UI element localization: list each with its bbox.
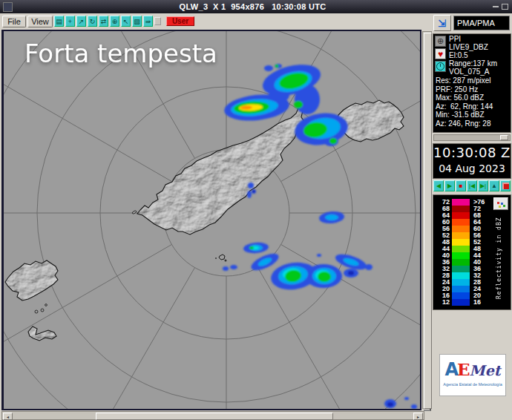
frame-slider-thumb[interactable] — [500, 135, 508, 140]
legend-swatch — [452, 239, 470, 246]
legend-swatch — [452, 246, 470, 252]
legend-swatch — [452, 219, 470, 226]
reflectivity-legend: 72>7668726468606456605256485244484044364… — [433, 194, 511, 310]
legend-swatch — [452, 279, 470, 286]
axes-tool-icon[interactable]: ⇲ — [433, 15, 451, 31]
legend-swatch — [452, 199, 470, 206]
legend-swatch — [452, 212, 470, 219]
user-button[interactable]: User — [166, 16, 194, 26]
vertical-scrollbar-thumb[interactable] — [424, 33, 432, 409]
palette-icon[interactable] — [493, 197, 508, 210]
time-display: 10:30:08 Z — [433, 144, 511, 162]
scan-volume: VOL_075_A — [449, 68, 490, 76]
scan-lines: PPI LIVE9_DBZ El:0.5 Range:137 km VOL_07… — [449, 35, 497, 76]
radar-display — [4, 31, 420, 409]
elevation-icon: ♥ — [435, 48, 446, 59]
radar-stats: Res: 287 m/pixelPRF: 250 HzMax: 56.0 dBZ… — [436, 76, 493, 128]
stat-line: Res: 287 m/pixel — [436, 76, 493, 85]
date-display: 04 Aug 2023 — [433, 162, 511, 175]
sidebar: ⇲ PMA/PMA ⊕ ♥ PPI LIVE9_DBZ El:0.5 Range… — [433, 13, 512, 420]
scan-layer: LIVE9_DBZ — [449, 43, 488, 51]
app-icon — [3, 2, 13, 12]
scan-mode: PPI — [449, 35, 461, 43]
logo-letters-met: Met — [470, 362, 501, 378]
radar-map-viewport[interactable] — [1, 30, 421, 410]
stop-button[interactable]: ■ — [456, 180, 466, 191]
scroll-right-icon[interactable]: ▸ — [413, 413, 423, 420]
frame-slider[interactable] — [433, 134, 511, 141]
toolbar-icons: ▤+↗↻⇄⊕↖▧⇛ — [54, 16, 161, 27]
legend-swatch — [452, 286, 470, 292]
stat-line: Max: 56.0 dBZ — [436, 93, 493, 102]
logo-letter-e: E — [457, 359, 470, 379]
legend-row: 1216 — [435, 299, 496, 306]
stat-line: Az: 246, Rng: 28 — [436, 119, 493, 128]
titlebar: QLW_3 X 1 954x876 10:30:08 UTC — [0, 0, 512, 13]
snapshot-button[interactable] — [500, 180, 511, 191]
playback-controls: ◀▶■|◀▶|▲ — [433, 180, 511, 191]
legend-swatch — [452, 206, 470, 212]
legend-swatch — [452, 266, 470, 272]
legend-swatch — [452, 232, 470, 239]
product-field[interactable]: PMA/PMA — [453, 16, 510, 30]
legend-swatch — [452, 252, 470, 259]
last-frame-button[interactable]: ▶| — [478, 180, 488, 191]
scan-info-panel: ⊕ ♥ PPI LIVE9_DBZ El:0.5 Range:137 km VO… — [433, 33, 511, 133]
pan-icon[interactable]: ⇄ — [99, 16, 108, 27]
prev-frame-button[interactable]: ◀ — [433, 180, 444, 191]
stat-line: Az: 62, Rng: 144 — [436, 102, 493, 111]
clock-panel: 10:30:08 Z 04 Aug 2023 — [433, 143, 511, 179]
stat-line: PRF: 250 Hz — [436, 85, 493, 94]
notebook-icon[interactable]: ▧ — [132, 16, 142, 27]
maximize-icon[interactable] — [502, 4, 508, 10]
horizontal-scrollbar[interactable]: ◂ ▸ — [1, 411, 424, 420]
legend-swatch — [452, 272, 470, 279]
file-menu-button[interactable]: File — [2, 16, 26, 27]
scan-elevation: El:0.5 — [449, 51, 468, 59]
legend-rows: 72>7668726468606456605256485244484044364… — [435, 199, 496, 306]
window-title: QLW_3 X 1 954x876 10:30:08 UTC — [13, 2, 493, 11]
map-overlay-text: Forta tempesta — [24, 39, 217, 68]
scan-mode-icon: ⊕ — [435, 36, 446, 47]
layers-icon[interactable]: ▤ — [54, 16, 64, 27]
legend-title: Reflectivity in dBZ — [496, 210, 502, 306]
minimize-icon[interactable] — [493, 6, 499, 7]
sweep-button[interactable]: ▲ — [489, 180, 499, 191]
rotate-icon[interactable]: ↻ — [88, 16, 97, 27]
scan-range: Range:137 km — [449, 59, 497, 68]
legend-swatch — [452, 292, 470, 299]
horizontal-scrollbar-thumb[interactable] — [96, 413, 333, 420]
legend-swatch — [452, 226, 470, 232]
volume-time-icon — [435, 61, 446, 72]
stat-line: Min: -31.5 dBZ — [436, 111, 493, 119]
globe-settings-icon[interactable]: ⊕ — [110, 16, 119, 27]
draw-icon[interactable]: ↖ — [121, 16, 131, 27]
view-menu-button[interactable]: View — [27, 16, 53, 27]
legend-swatch — [452, 259, 470, 266]
scroll-left-icon[interactable]: ◂ — [3, 413, 13, 420]
legend-swatch — [452, 299, 470, 306]
play-button[interactable]: ▶ — [444, 180, 455, 191]
blank-disabled-icon — [154, 17, 161, 25]
crosshair-icon[interactable]: + — [65, 16, 75, 27]
first-frame-button[interactable]: |◀ — [467, 180, 477, 191]
aemet-logo: AEMet Agencia Estatal de Meteorología — [439, 354, 506, 396]
animate-icon[interactable]: ⇛ — [143, 16, 153, 27]
logo-caption: Agencia Estatal de Meteorología — [440, 382, 505, 387]
zoom-arrow-icon[interactable]: ↗ — [76, 16, 86, 27]
vertical-scrollbar[interactable] — [422, 31, 432, 409]
